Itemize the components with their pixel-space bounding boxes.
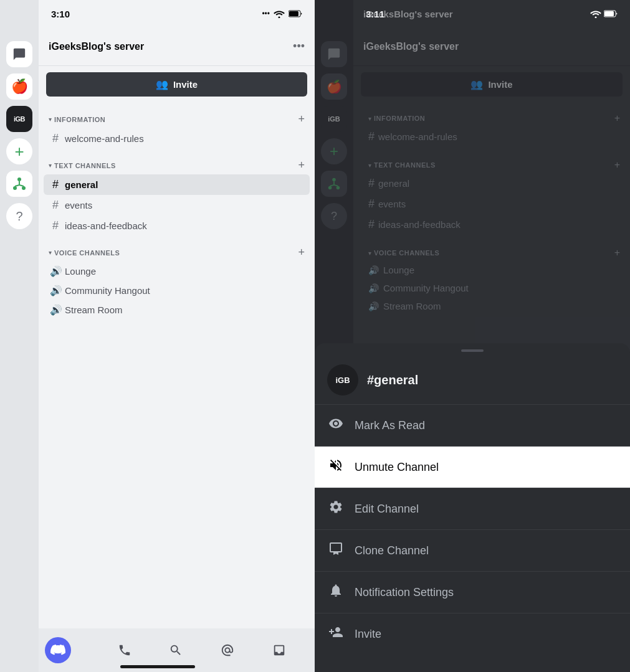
clone-channel-label: Clone Channel — [355, 544, 429, 557]
hash-icon-welcome: # — [50, 132, 61, 145]
hash-icon-general: # — [50, 178, 61, 191]
left-information-section: ▾ INFORMATION + # welcome-and-rules — [39, 103, 315, 149]
svg-point-9 — [328, 186, 332, 190]
hash-icon-ideas: # — [50, 219, 61, 232]
sheet-channel-name: #general — [367, 373, 418, 387]
left-channel-panel: iGeeksBlog's server ••• 👥 Invite ▾ INFOR… — [39, 27, 315, 672]
channel-welcome-and-rules[interactable]: # welcome-and-rules — [44, 128, 310, 149]
svg-rect-1 — [289, 11, 298, 16]
wifi-icon — [274, 10, 285, 18]
speaker-icon-lounge: 🔊 — [50, 265, 61, 277]
menu-item-mark-as-read[interactable]: Mark As Read — [315, 405, 630, 447]
left-voice-channels-section: ▾ VOICE CHANNELS + 🔊 Lounge 🔊 Community … — [39, 236, 315, 319]
sidebar-icon-chat[interactable] — [6, 41, 32, 67]
menu-item-notification-settings[interactable]: Notification Settings — [315, 572, 630, 613]
add-person-icon — [327, 625, 345, 643]
svg-line-6 — [15, 185, 19, 186]
context-menu-sheet: iGB #general Mark As Read Unmute Channel — [315, 343, 630, 672]
left-home-indicator — [120, 665, 195, 668]
sidebar-icon-add[interactable]: + — [6, 138, 32, 164]
text-channels-add-icon[interactable]: + — [298, 159, 305, 172]
speaker-icon-stream: 🔊 — [50, 304, 61, 316]
channel-name-lounge: Lounge — [65, 266, 96, 277]
channel-name-hangout: Community Hangout — [65, 285, 150, 296]
gear-icon — [327, 499, 345, 518]
channel-stream-room[interactable]: 🔊 Stream Room — [44, 300, 310, 319]
sheet-channel-header: iGB #general — [315, 356, 630, 405]
clone-icon — [327, 541, 345, 560]
svg-line-7 — [19, 185, 24, 186]
svg-rect-15 — [604, 11, 614, 16]
left-text-channels-section: ▾ TEXT CHANNELS + # general # events # i… — [39, 149, 315, 236]
channel-ideas-and-feedback[interactable]: # ideas-and-feedback — [44, 215, 310, 236]
channel-general[interactable]: # general — [44, 174, 310, 195]
bottom-nav-voice[interactable] — [111, 637, 138, 664]
right-status-bar: 3:11 — [353, 0, 630, 27]
svg-line-12 — [330, 185, 334, 186]
channel-events[interactable]: # events — [44, 195, 310, 215]
left-panel: 3:10 ••• — [0, 0, 315, 672]
drag-handle[interactable] — [461, 349, 484, 352]
sheet-server-avatar: iGB — [327, 364, 358, 395]
sidebar-icon-apple[interactable]: 🍎 — [6, 73, 32, 100]
bottom-nav-inbox[interactable] — [265, 637, 293, 664]
left-server-header: iGeeksBlog's server ••• — [39, 27, 315, 66]
signal-icon: ••• — [262, 9, 270, 18]
left-time: 3:10 — [51, 9, 70, 19]
invite-person-icon: 👥 — [156, 78, 168, 90]
battery-icon — [289, 10, 302, 17]
bottom-nav-mention[interactable] — [214, 637, 241, 664]
left-sidebar: 🍎 iGB + ? — [0, 0, 39, 672]
hash-icon-events: # — [50, 199, 61, 212]
discord-bottom-icon[interactable] — [45, 637, 71, 663]
voice-channels-add-icon[interactable]: + — [298, 246, 305, 259]
svg-point-4 — [22, 186, 26, 190]
edit-channel-label: Edit Channel — [355, 503, 419, 516]
unmute-channel-label: Unmute Channel — [355, 461, 439, 474]
left-status-bar: 3:10 ••• — [39, 0, 315, 27]
sidebar-icon-igb[interactable]: iGB — [6, 106, 32, 132]
bottom-nav-search[interactable] — [162, 637, 189, 664]
invite-label-menu: Invite — [355, 628, 381, 641]
unmute-icon — [327, 458, 345, 476]
menu-item-edit-channel[interactable]: Edit Channel — [315, 488, 630, 530]
left-voice-channels-header[interactable]: ▾ VOICE CHANNELS + — [44, 236, 310, 262]
left-information-header[interactable]: ▾ INFORMATION + — [44, 103, 310, 128]
channel-name-events: events — [65, 200, 92, 211]
svg-point-10 — [336, 186, 340, 190]
channel-community-hangout[interactable]: 🔊 Community Hangout — [44, 281, 310, 300]
bell-icon — [327, 583, 345, 602]
left-text-channels-header[interactable]: ▾ TEXT CHANNELS + — [44, 149, 310, 174]
right-wifi-icon — [590, 10, 601, 18]
notification-settings-label: Notification Settings — [355, 586, 454, 599]
svg-point-8 — [332, 178, 336, 182]
channel-name-stream: Stream Room — [65, 305, 123, 315]
right-time: 3:11 — [366, 9, 384, 19]
channel-name-welcome: welcome-and-rules — [65, 133, 144, 144]
eye-icon — [327, 416, 345, 435]
voice-channels-label: VOICE CHANNELS — [54, 249, 298, 257]
left-invite-button[interactable]: 👥 Invite — [46, 72, 307, 97]
menu-item-invite[interactable]: Invite — [315, 613, 630, 655]
invite-label: Invite — [173, 79, 198, 90]
channel-name-ideas: ideas-and-feedback — [65, 220, 147, 231]
menu-item-unmute-channel[interactable]: Unmute Channel — [315, 447, 630, 488]
sidebar-icon-org[interactable] — [6, 171, 32, 197]
mark-as-read-label: Mark As Read — [355, 419, 425, 432]
svg-point-3 — [13, 186, 17, 190]
right-status-icons — [590, 10, 618, 18]
information-label: INFORMATION — [54, 116, 298, 123]
channel-lounge[interactable]: 🔊 Lounge — [44, 262, 310, 281]
menu-item-clone-channel[interactable]: Clone Channel — [315, 530, 630, 572]
right-panel: 🍎 iGB + ? iGeeksBlog's server iGeeksBlog… — [315, 0, 630, 672]
information-add-icon[interactable]: + — [298, 113, 305, 126]
channel-name-general: general — [65, 179, 98, 190]
speaker-icon-hangout: 🔊 — [50, 285, 61, 296]
left-server-title: iGeeksBlog's server — [49, 41, 288, 52]
left-status-icons: ••• — [262, 9, 302, 18]
left-more-icon[interactable]: ••• — [293, 40, 305, 53]
sidebar-icon-help[interactable]: ? — [6, 203, 32, 229]
right-battery-icon — [604, 10, 618, 17]
svg-point-2 — [17, 177, 21, 181]
text-channels-label: TEXT CHANNELS — [54, 162, 298, 169]
